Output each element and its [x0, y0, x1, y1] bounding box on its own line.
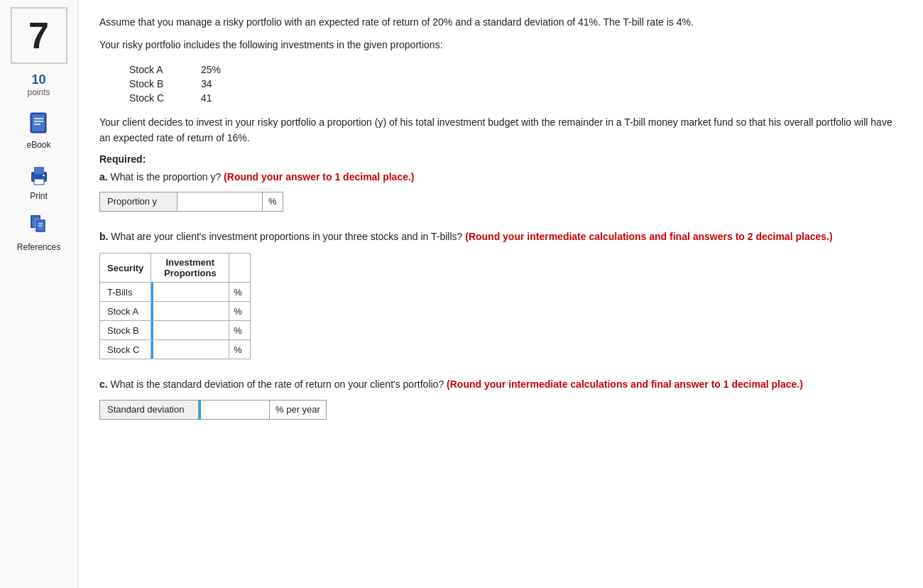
std-dev-input[interactable]: [199, 400, 270, 420]
std-dev-unit: % per year: [270, 400, 327, 420]
part-c-text: What is the standard deviation of the ra…: [111, 379, 447, 390]
sidebar-item-print[interactable]: Print: [11, 163, 67, 201]
proportion-y-label: Proportion y: [99, 192, 178, 212]
sidebar-item-ebook[interactable]: eBook: [11, 111, 67, 150]
stock-c-row: Stock C %: [100, 340, 251, 359]
required-label: Required:: [99, 153, 902, 165]
investment-proportions-header: InvestmentProportions: [151, 254, 229, 283]
part-c-instruction: (Round your intermediate calculations an…: [447, 379, 803, 390]
part-a-question: a. What is the proportion y? (Round your…: [99, 169, 902, 185]
stock-c-invest-input[interactable]: [151, 340, 222, 359]
intro-text: Assume that you manage a risky portfolio…: [99, 14, 902, 30]
main-content: Assume that you manage a risky portfolio…: [78, 0, 923, 588]
proportion-y-input[interactable]: [178, 192, 263, 212]
tbills-label: T-Bills: [100, 283, 151, 302]
points-box: 10 points: [27, 72, 50, 97]
sidebar-item-references[interactable]: References: [11, 214, 67, 252]
part-c-label: c.: [99, 379, 108, 390]
references-label: References: [17, 242, 60, 252]
proportion-y-unit: %: [263, 192, 283, 212]
stock-a-percent: %: [229, 302, 251, 321]
security-header: Security: [100, 254, 151, 283]
paragraph3: Your client decides to invest in your ri…: [99, 114, 902, 146]
stock-b-name: Stock B: [129, 77, 178, 90]
tbills-input[interactable]: [151, 283, 222, 301]
stock-a-row: Stock A %: [100, 302, 251, 321]
stock-c-value: 41: [180, 92, 235, 104]
part-b-instruction: (Round your intermediate calculations an…: [465, 231, 832, 242]
sidebar: 7 10 points eBook: [0, 0, 78, 588]
stock-c-input-cell: [151, 340, 229, 359]
table-row: Stock B 34: [129, 77, 235, 90]
stock-a-label: Stock A: [100, 302, 151, 321]
references-icon: [26, 214, 52, 239]
question-number-box: 7: [11, 7, 67, 64]
points-value: 10: [27, 72, 50, 87]
percent-header: [229, 254, 251, 283]
part-c-section: c. What is the standard deviation of the…: [99, 376, 902, 419]
stock-a-name: Stock A: [129, 63, 178, 76]
part-a-input-row: Proportion y %: [99, 192, 902, 212]
part-a-instruction: (Round your answer to 1 decimal place.): [224, 171, 414, 183]
stock-c-label: Stock C: [100, 340, 151, 359]
stock-b-invest-input[interactable]: [151, 321, 222, 339]
stock-b-value: 34: [180, 77, 235, 90]
question-number: 7: [28, 14, 49, 57]
part-a-label: a.: [99, 171, 108, 183]
part-a-section: a. What is the proportion y? (Round your…: [99, 169, 902, 212]
part-b-section: b. What are your client's investment pro…: [99, 229, 902, 359]
svg-rect-1: [32, 114, 45, 131]
points-label: points: [27, 87, 50, 97]
stock-c-name: Stock C: [129, 92, 178, 104]
table-row: Stock A 25%: [129, 63, 235, 76]
part-a-text: What is the proportion y?: [111, 171, 222, 183]
stock-b-row: Stock B %: [100, 321, 251, 340]
tbills-input-cell: [151, 283, 229, 302]
stock-c-percent: %: [229, 340, 251, 359]
tbills-percent: %: [229, 283, 251, 302]
part-b-question: b. What are your client's investment pro…: [99, 229, 902, 244]
stock-b-percent: %: [229, 321, 251, 340]
paragraph2: Your risky portfolio includes the follow…: [99, 37, 902, 53]
print-icon: [26, 163, 52, 188]
investment-table: Security InvestmentProportions T-Bills %: [99, 253, 251, 359]
tbills-row: T-Bills %: [100, 283, 251, 302]
part-c-question: c. What is the standard deviation of the…: [99, 376, 902, 392]
table-row: Stock C 41: [129, 92, 235, 104]
ebook-icon: [26, 111, 52, 137]
part-c-input-row: Standard deviation % per year: [99, 400, 902, 420]
svg-rect-7: [34, 179, 44, 185]
svg-rect-6: [34, 167, 44, 174]
ebook-label: eBook: [26, 140, 50, 150]
stock-a-invest-input[interactable]: [151, 302, 222, 320]
stock-table: Stock A 25% Stock B 34 Stock C 41: [128, 62, 236, 106]
stock-a-value: 25%: [180, 63, 235, 76]
stock-a-input-cell: [151, 302, 229, 321]
part-b-text: What are your client's investment propor…: [111, 231, 465, 242]
print-label: Print: [30, 191, 48, 201]
stock-b-input-cell: [151, 321, 229, 340]
std-dev-label: Standard deviation: [99, 400, 199, 420]
stock-b-label: Stock B: [100, 321, 151, 340]
svg-rect-8: [43, 175, 45, 176]
part-b-label: b.: [99, 231, 108, 242]
